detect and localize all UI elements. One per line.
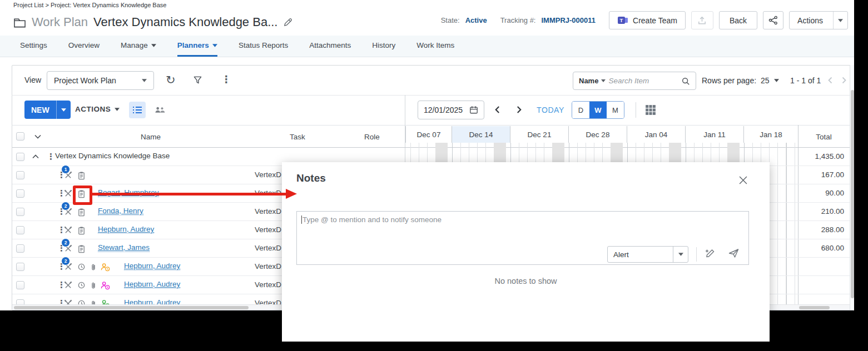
actions-button[interactable]: Actions [789,11,848,29]
resource-link[interactable]: Hepburn, Audrey [124,298,180,304]
column-header-task[interactable]: Task [256,133,339,141]
refresh-icon[interactable]: ↻ [166,73,176,87]
column-header-name[interactable]: Name [53,133,248,141]
column-header-role[interactable]: Role [339,133,405,141]
attachment-icon[interactable] [90,299,97,304]
project-row-name: Vertex Dynamics Knowledge Base [55,152,170,160]
person-clock-icon[interactable] [101,281,110,290]
row-checkbox[interactable] [16,281,24,289]
search-input[interactable]: Search Item [608,77,649,85]
tab-history[interactable]: History [372,36,395,57]
close-icon[interactable] [739,176,747,184]
back-button[interactable]: Back [719,11,757,29]
rows-per-page[interactable]: Rows per page: 25 [702,76,779,85]
resource-link[interactable]: Fonda, Henry [98,207,143,215]
history-icon[interactable] [77,299,86,304]
notes-icon[interactable] [77,244,86,253]
note-placeholder: Type @ to mention and to notify someone [301,215,442,224]
filter-icon[interactable] [193,76,202,85]
today-button[interactable]: TODAY [537,106,564,114]
date-input[interactable]: 12/01/2025 [418,101,484,119]
tab-manage[interactable]: Manage [121,36,156,57]
new-caret[interactable] [56,101,71,119]
annotation-highlight-box [73,185,92,205]
row-checkbox[interactable] [16,244,24,253]
breadcrumb[interactable]: Project List > Project: Vertex Dynamics … [13,2,166,8]
row-kebab-icon[interactable]: ⋮ [47,152,55,161]
search-icon[interactable] [681,77,690,86]
rows-per-page-value[interactable]: 25 [761,76,770,85]
view-select-value: Project Work Plan [54,76,116,85]
row-checkbox[interactable] [16,263,24,271]
next-week-icon[interactable] [517,106,522,113]
tab-status-reports[interactable]: Status Reports [239,36,288,57]
row-checkbox[interactable] [16,171,24,179]
zoom-day-button[interactable]: D [572,102,589,118]
chevron-down-icon [115,108,120,111]
tab-settings[interactable]: Settings [20,36,47,57]
prev-page-icon[interactable] [828,77,832,84]
resource-link[interactable]: Hepburn, Audrey [124,262,180,270]
row-checkbox[interactable] [16,153,24,161]
expand-all-chevron-icon[interactable] [34,134,41,139]
scrollbar-thumb[interactable] [799,306,830,309]
week-header: Jan 18 [743,126,798,143]
tools-icon[interactable] [64,189,72,198]
create-team-label: Create Team [633,16,677,25]
tracking-label: Tracking #: [500,16,536,24]
view-select[interactable]: Project Work Plan [47,71,154,90]
export-button[interactable] [691,11,713,29]
row-checkbox[interactable] [16,189,24,198]
notes-icon[interactable] [77,171,86,180]
search-box[interactable]: Name Search Item [573,72,696,90]
person-clock-icon[interactable] [101,299,110,304]
notification-badge: 2 [61,202,70,210]
tools-icon[interactable] [64,281,72,289]
history-icon[interactable] [77,281,86,289]
create-team-button[interactable]: T Create Team [609,11,686,29]
resource-link[interactable]: Stewart, James [98,243,150,252]
tools-icon[interactable] [64,226,72,234]
tab-work-items[interactable]: Work Items [416,36,454,57]
attachment-icon[interactable] [90,281,97,290]
notes-icon[interactable] [77,208,86,217]
history-icon[interactable] [77,263,86,271]
resource-link[interactable]: Hepburn, Audrey [98,225,154,234]
list-view-button[interactable] [129,102,146,118]
divider [12,125,854,126]
upload-icon [697,16,707,25]
more-options-kebab-icon[interactable]: ⋮ [221,76,231,84]
prev-week-icon[interactable] [495,106,500,113]
actions-caret[interactable] [833,12,847,29]
week-header: Dec 21 [510,126,568,143]
person-clock-icon[interactable] [101,263,110,272]
select-all-checkbox[interactable] [16,132,24,141]
compose-note-icon[interactable] [705,248,716,259]
new-button[interactable]: NEW [24,101,71,119]
scrollbar-thumb[interactable] [14,306,249,309]
zoom-week-button[interactable]: W [589,102,607,118]
attachment-icon[interactable] [90,263,97,272]
next-page-icon[interactable] [842,77,846,84]
share-button[interactable] [763,11,783,29]
search-column[interactable]: Name [579,77,598,85]
send-icon[interactable] [728,248,740,258]
tab-overview[interactable]: Overview [68,36,100,57]
alert-select-caret[interactable] [673,247,688,262]
edit-title-pencil-icon[interactable] [283,18,292,27]
resources-view-button[interactable] [151,102,168,118]
row-checkbox[interactable] [16,208,24,216]
collapse-chevron-icon[interactable] [32,154,39,159]
tools-icon[interactable] [64,299,72,304]
vertical-scrollbar[interactable] [850,65,854,310]
tab-attachments[interactable]: Attachments [309,36,351,57]
tab-planners[interactable]: Planners [177,36,217,57]
row-checkbox[interactable] [16,299,24,304]
notes-icon[interactable] [77,226,86,235]
resource-link[interactable]: Hepburn, Audrey [124,280,180,289]
row-checkbox[interactable] [16,226,24,234]
zoom-month-button[interactable]: M [607,102,624,118]
grid-actions-button[interactable]: ACTIONS [75,105,120,113]
grid-settings-button[interactable] [645,104,656,116]
alert-type-select[interactable]: Alert [607,246,688,263]
